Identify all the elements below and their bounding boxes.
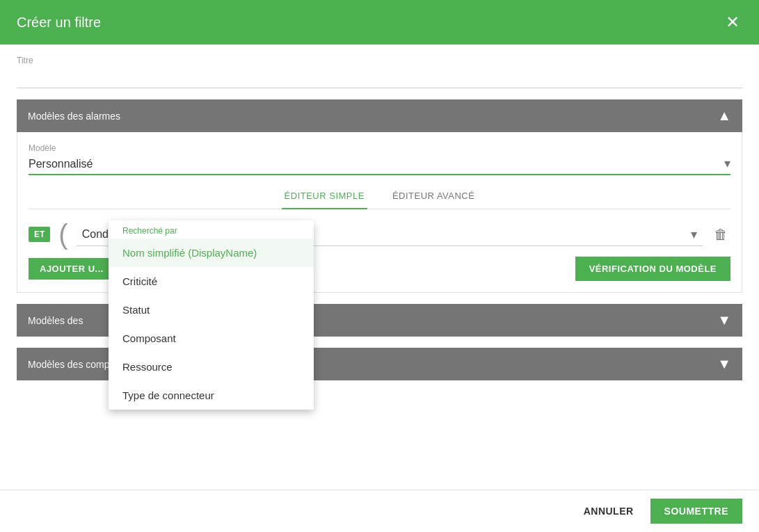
behavior-models-chevron: ▼ bbox=[717, 356, 731, 372]
dropdown-scroll: Recherché par Nom simplifié (DisplayName… bbox=[109, 220, 314, 410]
delete-condition-button[interactable]: 🗑 bbox=[711, 224, 730, 245]
tab-simple[interactable]: ÉDITEUR SIMPLE bbox=[282, 184, 367, 209]
modal-header: Créer un filtre ✕ bbox=[0, 0, 759, 45]
modal-body: Titre Modèles des alarmes ▲ Modèle Perso… bbox=[0, 45, 759, 490]
modal-footer: ANNULER SOUMETTRE bbox=[0, 490, 759, 532]
dropdown-item-statut[interactable]: Statut bbox=[109, 296, 314, 324]
close-button[interactable]: ✕ bbox=[723, 11, 742, 33]
alarm-models-header[interactable]: Modèles des alarmes ▲ bbox=[17, 99, 742, 132]
dropdown-header: Recherché par bbox=[109, 220, 314, 239]
dropdown-item-ressource[interactable]: Ressource bbox=[109, 353, 314, 381]
filter-row-container: ET ( Condition ▾ 🗑 Recherc bbox=[29, 220, 730, 248]
alarm-models-chevron: ▲ bbox=[717, 108, 731, 124]
title-input[interactable] bbox=[17, 61, 742, 85]
verify-model-button[interactable]: VÉRIFICATION DU MODÈLE bbox=[575, 257, 730, 281]
alarm-models-content: Modèle Personnalisé ▾ ÉDITEUR SIMPLE ÉDI… bbox=[17, 132, 742, 293]
cancel-button[interactable]: ANNULER bbox=[573, 499, 645, 524]
editor-tabs: ÉDITEUR SIMPLE ÉDITEUR AVANCÉ bbox=[29, 184, 730, 209]
title-label: Titre bbox=[17, 56, 33, 65]
second-section-label: Modèles des bbox=[28, 315, 83, 326]
create-filter-modal: Créer un filtre ✕ Titre Modèles des alar… bbox=[0, 0, 759, 532]
filter-bracket: ( bbox=[58, 220, 67, 248]
model-field-group: Modèle Personnalisé ▾ bbox=[29, 143, 730, 175]
model-select-arrow-icon: ▾ bbox=[724, 156, 730, 171]
dropdown-item-composant[interactable]: Composant bbox=[109, 324, 314, 353]
model-select[interactable]: Personnalisé bbox=[29, 158, 724, 170]
et-badge: ET bbox=[29, 227, 50, 242]
tab-advanced[interactable]: ÉDITEUR AVANCÉ bbox=[390, 184, 477, 209]
dropdown-item-displayname[interactable]: Nom simplifié (DisplayName) bbox=[109, 239, 314, 267]
title-field: Titre bbox=[17, 56, 742, 88]
alarm-models-section: Modèles des alarmes ▲ Modèle Personnalis… bbox=[17, 99, 742, 293]
dropdown-item-connecteur[interactable]: Type de connecteur bbox=[109, 381, 314, 410]
model-select-wrapper: Personnalisé ▾ bbox=[29, 156, 730, 175]
model-label: Modèle bbox=[29, 143, 730, 153]
alarm-models-label: Modèles des alarmes bbox=[28, 111, 120, 122]
dropdown-item-criticite[interactable]: Criticité bbox=[109, 267, 314, 296]
add-condition-button[interactable]: AJOUTER U... bbox=[29, 258, 115, 280]
search-dropdown: Recherché par Nom simplifié (DisplayName… bbox=[109, 220, 314, 410]
submit-button[interactable]: SOUMETTRE bbox=[650, 499, 742, 524]
second-section-chevron: ▼ bbox=[717, 312, 731, 328]
modal-title: Créer un filtre bbox=[17, 15, 101, 31]
